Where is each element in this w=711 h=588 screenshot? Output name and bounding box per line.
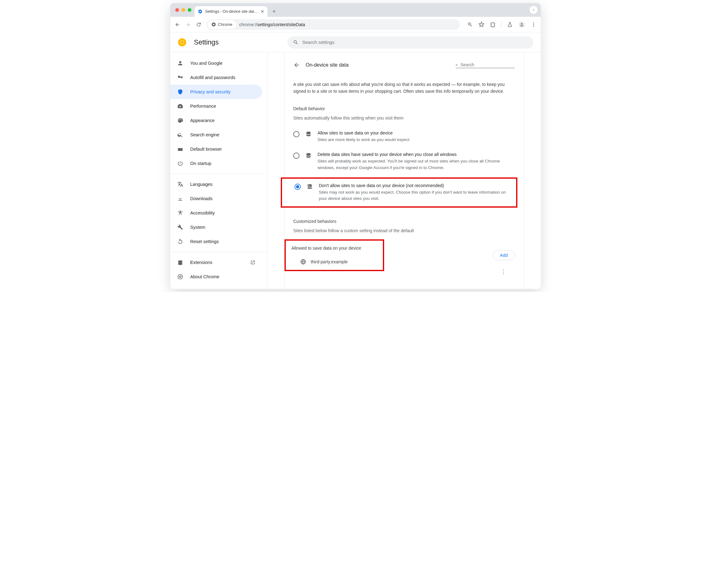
sidebar-label: About Chrome	[190, 274, 219, 279]
sidebar-item-on-startup[interactable]: On startup	[170, 156, 262, 171]
site-chip[interactable]: Chrome	[208, 20, 236, 29]
sidebar-item-accessibility[interactable]: Accessibility	[170, 206, 262, 220]
tabs-dropdown-icon[interactable]	[530, 6, 538, 14]
sidebar-item-privacy-security[interactable]: Privacy and security	[170, 85, 262, 99]
address-bar[interactable]: Chrome chrome://settings/content/siteDat…	[207, 19, 460, 30]
sidebar-label: Autofill and passwords	[190, 75, 235, 80]
sidebar-item-languages[interactable]: Languages	[170, 177, 262, 192]
radio-text: Delete data sites have saved to your dev…	[318, 152, 515, 171]
custom-behavior-title: Customized behaviors	[293, 219, 515, 224]
palette-icon	[177, 117, 184, 124]
svg-point-9	[180, 41, 184, 44]
sidebar-item-system[interactable]: System	[170, 220, 262, 234]
close-tab-icon[interactable]: ✕	[261, 9, 264, 14]
default-behavior-subtitle: Sites automatically follow this setting …	[293, 115, 515, 121]
back-icon[interactable]	[175, 22, 181, 27]
radio-dont-allow[interactable]: Don't allow sites to save data on your d…	[282, 180, 514, 205]
download-icon	[177, 195, 184, 202]
sidebar-label: Default browser	[190, 147, 222, 152]
radio-delete-on-close[interactable]: Delete data sites have saved to your dev…	[293, 148, 515, 176]
globe-icon	[300, 259, 306, 265]
svg-point-11	[179, 276, 181, 278]
sidebar-label: On startup	[190, 161, 211, 166]
sidebar-item-you-and-google[interactable]: You and Google	[170, 56, 262, 70]
browser-window: Settings - On-device site dat… ✕ + Chrom…	[170, 3, 541, 289]
sidebar-item-search-engine[interactable]: Search engine	[170, 128, 262, 142]
default-behavior-title: Default behavior	[293, 106, 515, 111]
zoom-icon[interactable]	[467, 22, 473, 27]
allowed-section-title: Allowed to save data on your device	[292, 246, 377, 251]
database-icon	[305, 153, 312, 159]
settings-search-input[interactable]	[302, 40, 527, 45]
allowed-site-row[interactable]: third-party.example	[292, 259, 377, 265]
search-icon	[456, 62, 458, 67]
svg-point-12	[306, 131, 310, 133]
radio-title: Allow sites to save data on your device	[318, 130, 409, 135]
close-window-button[interactable]	[175, 8, 179, 12]
sidebar-item-appearance[interactable]: Appearance	[170, 113, 262, 128]
radio-allow[interactable]: Allow sites to save data on your device …	[293, 126, 515, 148]
chrome-logo-icon	[178, 38, 187, 47]
power-icon	[177, 160, 184, 167]
radio-button[interactable]	[293, 153, 300, 159]
allowed-header-row: Allowed to save data on your device thir…	[293, 239, 515, 271]
svg-point-1	[213, 24, 214, 25]
sidebar-item-autofill[interactable]: Autofill and passwords	[170, 70, 262, 85]
sidebar-label: Search engine	[190, 132, 219, 137]
custom-behavior-subtitle: Sites listed below follow a custom setti…	[293, 228, 515, 233]
minimize-window-button[interactable]	[181, 8, 185, 12]
highlight-annotation: Allowed to save data on your device thir…	[284, 239, 384, 271]
sidebar-label: Performance	[190, 104, 216, 109]
panel-header: On-device site data	[293, 59, 515, 71]
browser-tab[interactable]: Settings - On-device site dat… ✕	[195, 6, 267, 17]
sidebar-item-performance[interactable]: Performance	[170, 99, 262, 113]
radio-text: Don't allow sites to save data on your d…	[319, 183, 514, 202]
extensions-icon[interactable]	[490, 22, 496, 27]
page-title: On-device site data	[306, 62, 349, 68]
chip-label: Chrome	[218, 22, 232, 27]
bookmark-icon[interactable]	[478, 21, 484, 27]
panel-search[interactable]	[456, 62, 515, 68]
puzzle-icon	[177, 259, 184, 265]
gear-icon	[198, 9, 203, 14]
more-actions-icon[interactable]: ⋮	[500, 271, 506, 273]
sidebar-label: System	[190, 225, 205, 230]
forward-icon[interactable]	[185, 22, 191, 27]
search-icon	[177, 132, 184, 138]
labs-icon[interactable]	[507, 22, 513, 27]
browser-icon	[177, 146, 184, 152]
radio-button[interactable]	[295, 184, 301, 190]
sidebar-item-about[interactable]: About Chrome	[170, 269, 262, 284]
profile-icon[interactable]	[518, 21, 525, 28]
url-display: chrome://settings/content/siteData	[239, 22, 305, 27]
window-controls	[174, 3, 195, 17]
add-button[interactable]: Add	[493, 250, 515, 260]
sidebar-item-downloads[interactable]: Downloads	[170, 192, 262, 206]
settings-sidebar: You and Google Autofill and passwords Pr…	[170, 52, 267, 289]
sidebar-item-default-browser[interactable]: Default browser	[170, 142, 262, 156]
sidebar-label: Extensions	[190, 260, 212, 265]
new-tab-button[interactable]: +	[270, 7, 279, 16]
settings-body: You and Google Autofill and passwords Pr…	[170, 52, 541, 289]
svg-point-5	[533, 24, 534, 25]
restore-icon	[177, 238, 184, 245]
maximize-window-button[interactable]	[188, 8, 191, 12]
radio-description: Sites will probably work as expected. Yo…	[318, 158, 515, 171]
radio-button[interactable]	[293, 131, 300, 137]
person-icon	[177, 60, 184, 66]
tab-title: Settings - On-device site dat…	[205, 9, 258, 14]
database-icon	[305, 131, 312, 137]
search-icon	[293, 40, 299, 45]
database-off-icon	[306, 184, 313, 190]
key-icon	[177, 74, 184, 81]
sidebar-item-extensions[interactable]: Extensions	[170, 255, 262, 269]
back-button-icon[interactable]	[293, 62, 300, 68]
panel-search-input[interactable]	[460, 62, 515, 67]
reload-icon[interactable]	[196, 22, 202, 27]
sidebar-label: Accessibility	[190, 211, 215, 215]
sidebar-item-reset[interactable]: Reset settings	[170, 234, 262, 249]
menu-icon[interactable]	[531, 22, 536, 27]
sidebar-label: Appearance	[190, 118, 214, 123]
sidebar-label: Downloads	[190, 196, 213, 201]
settings-search[interactable]	[287, 36, 533, 48]
